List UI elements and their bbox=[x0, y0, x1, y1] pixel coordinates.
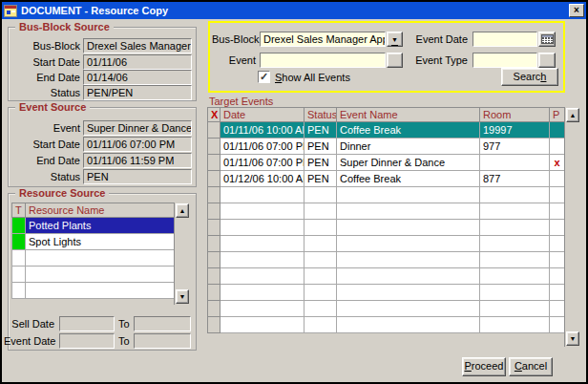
cell-date[interactable]: 01/12/06 10:00 AM bbox=[220, 171, 304, 187]
search-event-type-field[interactable] bbox=[472, 53, 537, 68]
resource-row-empty bbox=[12, 250, 175, 267]
resource-row[interactable]: Spot Lights bbox=[12, 234, 175, 250]
row-selector-cell[interactable] bbox=[208, 171, 220, 187]
cell-room[interactable]: 977 bbox=[480, 139, 550, 155]
show-all-events-label: Show All Events bbox=[275, 72, 350, 83]
bus-block-label: Bus-Block bbox=[8, 40, 80, 52]
event-source-title: Event Source bbox=[15, 101, 90, 113]
bus-block-source-value: Drexel Sales Manager Appr bbox=[83, 38, 192, 53]
cell-date[interactable]: 01/11/06 07:00 PM bbox=[220, 139, 304, 155]
event-end-date-label: End Date bbox=[8, 155, 80, 166]
target-row-empty bbox=[208, 252, 565, 268]
cell-room[interactable]: 19997 bbox=[480, 122, 550, 139]
target-row-selected[interactable]: 01/11/06 10:00 AM PEN Coffee Break 19997 bbox=[208, 122, 565, 139]
scroll-up-icon[interactable]: ▲ bbox=[176, 203, 189, 218]
event-lov-button[interactable] bbox=[387, 53, 403, 68]
status-label: Status bbox=[8, 87, 80, 98]
start-date-label: Start Date bbox=[8, 56, 80, 68]
resource-copy-window: DOCUMENT - Resource Copy × Bus-Block Sou… bbox=[0, 0, 588, 384]
search-event-field[interactable] bbox=[260, 53, 386, 68]
bus-block-end-date-value: 01/14/06 bbox=[83, 70, 192, 85]
resource-row-empty bbox=[12, 283, 175, 299]
event-end-date-value: 01/11/06 11:59 PM bbox=[83, 153, 192, 168]
target-row-empty bbox=[208, 301, 565, 317]
event-source-event-value: Super Dinner & Dance bbox=[83, 120, 192, 136]
target-row[interactable]: 01/11/06 07:00 PM PEN Dinner 977 bbox=[208, 139, 565, 155]
proceed-button[interactable]: Proceed bbox=[462, 357, 506, 376]
search-bus-block-combo[interactable]: Drexel Sales Manager Appreciati bbox=[260, 32, 386, 47]
cell-p[interactable] bbox=[550, 139, 565, 155]
title-bar[interactable]: DOCUMENT - Resource Copy × bbox=[2, 2, 586, 19]
calendar-button[interactable] bbox=[538, 32, 556, 47]
resource-type-indicator bbox=[12, 218, 26, 234]
cell-event-name[interactable]: Super Dinner & Dance bbox=[337, 155, 480, 171]
scroll-up-icon[interactable]: ▲ bbox=[566, 108, 579, 122]
cell-p[interactable] bbox=[550, 122, 565, 139]
target-row-empty bbox=[208, 236, 565, 252]
resource-col-name: Resource Name bbox=[26, 203, 175, 218]
cell-status[interactable]: PEN bbox=[304, 139, 337, 155]
bus-block-dropdown-button[interactable]: ▼ bbox=[387, 32, 403, 47]
target-events-title: Target Events bbox=[209, 96, 273, 107]
scroll-down-icon[interactable]: ▼ bbox=[566, 331, 579, 346]
resource-scrollbar[interactable]: ▲ ▼ bbox=[174, 203, 190, 305]
row-selector-cell[interactable] bbox=[208, 139, 220, 155]
target-row[interactable]: 01/11/06 07:00 PM PEN Super Dinner & Dan… bbox=[208, 155, 565, 171]
search-event-type-label: Event Type bbox=[412, 54, 468, 66]
resource-row-selected[interactable]: Potted Plants bbox=[12, 218, 175, 234]
cell-p[interactable] bbox=[550, 171, 565, 187]
search-button[interactable]: Search bbox=[501, 68, 558, 86]
cell-p-marked[interactable]: x bbox=[550, 155, 565, 171]
target-col-room: Room bbox=[480, 108, 550, 122]
cell-room[interactable]: 877 bbox=[480, 171, 550, 187]
show-all-events-checkbox[interactable]: ✓ bbox=[258, 71, 270, 83]
target-header-row: X Date Status Event Name Room P bbox=[208, 108, 565, 122]
cell-status[interactable]: PEN bbox=[304, 171, 337, 187]
window-title: DOCUMENT - Resource Copy bbox=[21, 5, 168, 16]
cell-status[interactable]: PEN bbox=[304, 122, 337, 139]
resource-event-date-label: Event Date bbox=[4, 335, 54, 347]
target-row-empty bbox=[208, 317, 565, 333]
cell-event-name[interactable]: Coffee Break bbox=[337, 122, 480, 139]
event-type-lov-button[interactable] bbox=[538, 53, 556, 68]
sell-date-to-label: To bbox=[118, 318, 130, 330]
sell-date-label: Sell Date bbox=[4, 318, 54, 330]
resource-header-row: T Resource Name bbox=[12, 203, 175, 218]
search-bus-block-label: Bus-Block bbox=[212, 33, 256, 45]
scroll-down-icon[interactable]: ▼ bbox=[176, 289, 189, 304]
target-row-empty bbox=[208, 268, 565, 285]
calendar-icon bbox=[541, 34, 554, 44]
target-row-empty bbox=[208, 203, 565, 220]
resource-event-date-to-label: To bbox=[118, 335, 130, 347]
cell-date[interactable]: 01/11/06 07:00 PM bbox=[220, 155, 304, 171]
cell-status[interactable]: PEN bbox=[304, 155, 337, 171]
target-row-empty bbox=[208, 285, 565, 301]
sell-date-to-field[interactable] bbox=[134, 316, 191, 331]
target-col-event-name: Event Name bbox=[337, 108, 480, 122]
search-event-date-label: Event Date bbox=[412, 33, 468, 45]
event-start-date-value: 01/11/06 07:00 PM bbox=[83, 137, 192, 152]
cancel-button[interactable]: Cancel bbox=[509, 357, 553, 376]
target-scrollbar[interactable]: ▲ ▼ bbox=[564, 107, 580, 347]
resource-col-type: T bbox=[12, 203, 26, 218]
target-row[interactable]: 01/12/06 10:00 AM PEN Coffee Break 877 bbox=[208, 171, 565, 187]
resource-name-cell[interactable]: Potted Plants bbox=[26, 218, 175, 234]
search-event-date-field[interactable] bbox=[472, 32, 537, 47]
checkmark-icon: ✓ bbox=[260, 71, 268, 82]
document-icon bbox=[4, 5, 17, 17]
resource-event-date-from-field[interactable] bbox=[59, 333, 115, 349]
close-button[interactable]: × bbox=[569, 4, 584, 17]
cell-event-name[interactable]: Coffee Break bbox=[337, 171, 480, 187]
target-col-status: Status bbox=[304, 108, 337, 122]
sell-date-from-field[interactable] bbox=[59, 316, 115, 331]
resource-event-date-to-field[interactable] bbox=[134, 333, 191, 349]
cell-date[interactable]: 01/11/06 10:00 AM bbox=[220, 122, 304, 139]
cell-event-name[interactable]: Dinner bbox=[337, 139, 480, 155]
cell-room[interactable] bbox=[480, 155, 550, 171]
resource-name-cell[interactable]: Spot Lights bbox=[26, 234, 175, 250]
event-status-label: Status bbox=[8, 171, 80, 182]
row-selector-cell[interactable] bbox=[208, 155, 220, 171]
row-selector-cell[interactable] bbox=[208, 122, 220, 139]
event-label: Event bbox=[8, 122, 80, 134]
target-col-p: P bbox=[550, 108, 565, 122]
